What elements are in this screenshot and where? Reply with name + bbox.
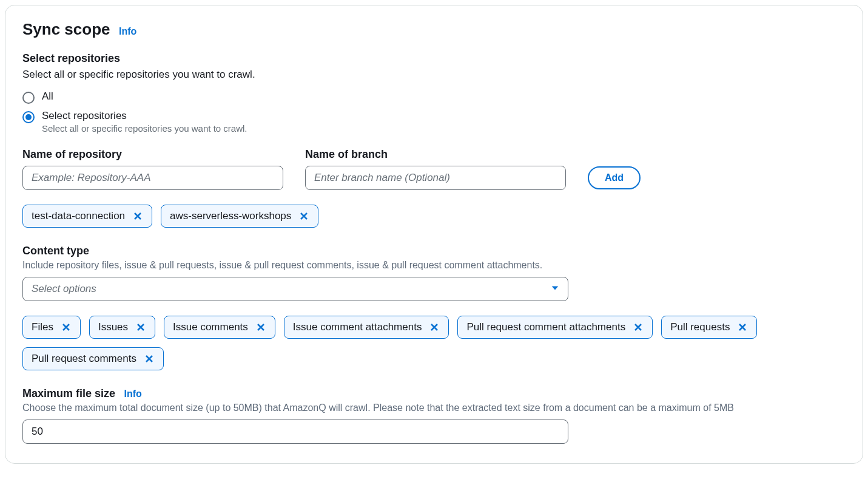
content-type-token: Issue comment attachments [284, 316, 449, 339]
repo-scope-radio-group: All Select repositories Select all or sp… [22, 90, 846, 134]
content-type-description: Include repository files, issue & pull r… [22, 260, 846, 271]
token-label: Files [32, 321, 53, 333]
branch-name-field: Name of branch [305, 148, 566, 190]
token-label: Issue comments [173, 321, 248, 333]
repo-branch-row: Name of repository Name of branch Add [22, 148, 846, 190]
branch-name-label: Name of branch [305, 148, 566, 161]
close-icon[interactable] [737, 322, 748, 333]
content-type-token: Pull requests [661, 316, 757, 339]
close-icon[interactable] [633, 322, 644, 333]
max-file-size-heading: Maximum file size [22, 387, 115, 399]
content-type-token: Pull request comments [22, 347, 164, 370]
content-type-heading: Content type [22, 245, 846, 257]
close-icon[interactable] [144, 353, 155, 364]
token-label: aws-serverless-workshops [170, 210, 291, 222]
content-type-token: Issue comments [164, 316, 275, 339]
close-icon[interactable] [298, 211, 309, 222]
radio-option-select-repositories[interactable]: Select repositories Select all or specif… [22, 110, 846, 134]
close-icon[interactable] [429, 322, 440, 333]
select-repos-heading: Select repositories [22, 52, 846, 65]
repo-token: aws-serverless-workshops [161, 205, 318, 228]
token-label: Issue comment attachments [293, 321, 422, 333]
content-type-token: Pull request comment attachments [457, 316, 653, 339]
repo-name-field: Name of repository [22, 148, 283, 190]
select-placeholder: Select options [32, 283, 96, 295]
select-repos-description: Select all or specific repositories you … [22, 69, 846, 81]
content-type-token: Files [22, 316, 81, 339]
info-link[interactable]: Info [124, 389, 142, 399]
info-link[interactable]: Info [119, 26, 136, 36]
close-icon[interactable] [132, 211, 143, 222]
token-label: Pull requests [670, 321, 730, 333]
sync-scope-panel: Sync scope Info Select repositories Sele… [5, 5, 863, 464]
token-label: test-data-connection [32, 210, 125, 222]
radio-label: All [42, 90, 53, 103]
max-file-size-description: Choose the maximum total document size (… [22, 403, 846, 413]
branch-name-input[interactable] [305, 166, 566, 190]
section-title: Sync scope [22, 20, 110, 39]
content-type-token: Issues [89, 316, 155, 339]
repo-name-label: Name of repository [22, 148, 283, 161]
close-icon[interactable] [135, 322, 146, 333]
panel-header: Sync scope Info [22, 20, 846, 39]
token-label: Pull request comment attachments [466, 321, 625, 333]
radio-sublabel: Select all or specific repositories you … [42, 123, 247, 134]
close-icon[interactable] [255, 322, 266, 333]
token-label: Pull request comments [32, 353, 136, 365]
max-file-size-input[interactable] [22, 420, 568, 444]
content-type-token-list: Files Issues Issue comments Issue commen… [22, 316, 846, 370]
repo-token: test-data-connection [22, 205, 152, 228]
add-button[interactable]: Add [588, 166, 641, 189]
radio-option-all[interactable]: All [22, 90, 846, 104]
repo-name-input[interactable] [22, 166, 283, 190]
caret-down-icon [551, 284, 559, 294]
repo-token-list: test-data-connection aws-serverless-work… [22, 205, 846, 228]
max-file-size-heading-row: Maximum file size Info [22, 387, 846, 400]
content-type-select[interactable]: Select options [22, 277, 568, 301]
close-icon[interactable] [61, 322, 72, 333]
radio-label: Select repositories [42, 110, 247, 122]
radio-icon [22, 111, 35, 123]
radio-icon [22, 92, 35, 104]
token-label: Issues [98, 321, 128, 333]
